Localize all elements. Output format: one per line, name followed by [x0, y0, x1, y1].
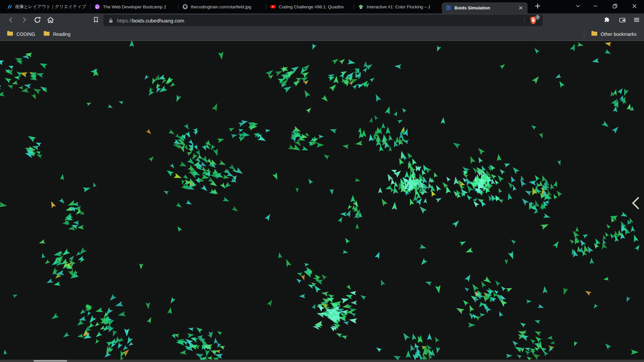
window-minimize-button[interactable] [586, 0, 605, 13]
forward-icon [20, 15, 29, 25]
side-panel-toggle[interactable] [629, 196, 642, 211]
navigation-toolbar: https:// boids.cubedhuang.com 3 [0, 13, 644, 27]
cube-icon [446, 5, 451, 11]
zenn-slashes-icon [7, 4, 12, 9]
youtube-icon [270, 4, 276, 9]
tab-1[interactable]: The Web Developer Bootcamp 2 [91, 0, 178, 13]
other-bookmarks-label: Other bookmarks [601, 32, 637, 37]
boids-simulation-page [0, 41, 644, 362]
home-icon [46, 16, 55, 25]
restore-icon [612, 4, 618, 10]
shields-count-badge: 3 [535, 15, 540, 20]
tab-5-active[interactable]: Boids Simulation [442, 2, 528, 13]
horizontal-scrollbar-thumb[interactable] [34, 360, 67, 362]
back-icon [7, 15, 15, 25]
home-button[interactable] [44, 14, 56, 26]
udemy-icon [95, 4, 100, 9]
boids-canvas[interactable] [0, 41, 644, 362]
bookmark-folder-label: CODING [16, 32, 35, 37]
tab-title: Boids Simulation [454, 5, 515, 10]
tab-list: 画像とレイアウト｜クリエイティブコーデThe Web Developer Boo… [0, 0, 528, 13]
wallet-button[interactable] [616, 14, 628, 26]
menu-button[interactable] [631, 14, 643, 26]
tab-4[interactable]: Interactive #1: Color Flocking – J [354, 0, 442, 13]
github-icon [182, 4, 188, 9]
bookmarks-bar: CODING Reading Other bookmarks [0, 27, 644, 41]
wallet-icon [619, 16, 626, 25]
tab-0[interactable]: 画像とレイアウト｜クリエイティブコーデ [3, 0, 91, 13]
brave-shield-icon [529, 20, 538, 26]
tab-title: thecodingtrain.com/starfield.jpg [191, 4, 262, 9]
other-bookmarks-folder[interactable]: Other bookmarks [587, 29, 641, 39]
minimize-icon [593, 4, 598, 10]
folder-icon [591, 31, 598, 38]
forward-button[interactable] [18, 14, 30, 26]
mushroom-icon [358, 4, 364, 9]
urlbar-divider [524, 17, 525, 23]
folder-icon [7, 31, 13, 38]
close-icon [632, 4, 637, 10]
folder-icon [43, 31, 50, 38]
bookmark-flag-icon [92, 16, 100, 25]
url-host: boids.cubedhuang.com [132, 18, 184, 23]
window-restore-button[interactable] [605, 0, 625, 13]
tab-title: Interactive #1: Color Flocking – J [367, 4, 438, 9]
bookmark-folder-coding[interactable]: CODING [3, 29, 39, 39]
bookmark-folder-reading[interactable]: Reading [39, 29, 74, 39]
reload-button[interactable] [31, 14, 43, 26]
tab-strip: 画像とレイアウト｜クリエイティブコーデThe Web Developer Boo… [0, 0, 644, 13]
extensions-button[interactable] [601, 14, 613, 26]
window-close-button[interactable] [625, 0, 644, 13]
puzzle-icon [603, 16, 611, 25]
bookmark-folder-label: Reading [53, 32, 70, 37]
horizontal-scrollbar-track[interactable] [0, 360, 644, 362]
reload-icon [33, 16, 42, 25]
tab-2[interactable]: thecodingtrain.com/starfield.jpg [178, 0, 266, 13]
chevron-down-icon [575, 3, 581, 10]
lock-icon [108, 18, 114, 23]
tab-title: Coding Challenge #98.1: Quadtre [279, 4, 350, 9]
tab-search-button[interactable] [570, 0, 586, 13]
bookmarks-bar-divider [584, 31, 584, 38]
plus-icon [534, 3, 541, 11]
close-icon [518, 5, 523, 10]
address-bar[interactable]: https:// boids.cubedhuang.com 3 [103, 15, 543, 26]
tab-close-button[interactable] [518, 5, 524, 11]
tab-title: 画像とレイアウト｜クリエイティブコーデ [15, 4, 87, 10]
tab-3[interactable]: Coding Challenge #98.1: Quadtre [266, 0, 354, 13]
tab-title: The Web Developer Bootcamp 2 [103, 4, 174, 9]
bookmark-this-tab-button[interactable] [90, 14, 102, 26]
hamburger-menu-icon [633, 16, 640, 24]
back-button[interactable] [5, 14, 17, 26]
browser-window: 画像とレイアウト｜クリエイティブコーデThe Web Developer Boo… [0, 0, 644, 362]
url-scheme: https:// [117, 18, 132, 23]
chevron-left-icon [630, 196, 641, 212]
brave-shields-button[interactable]: 3 [529, 16, 538, 25]
new-tab-button[interactable] [531, 1, 544, 12]
